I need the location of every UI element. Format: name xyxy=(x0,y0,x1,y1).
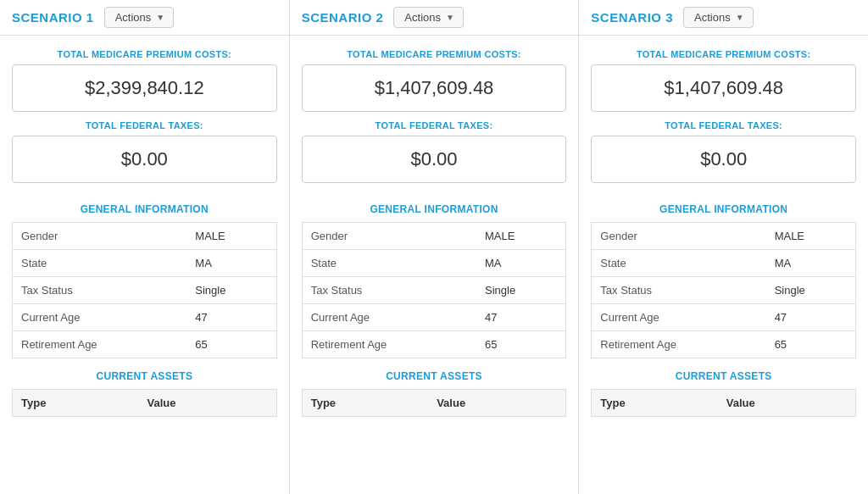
scenario-1-actions-label: Actions xyxy=(115,11,152,24)
scenario-3-info-label: Current Age xyxy=(592,304,766,331)
scenario-2-header: SCENARIO 2Actions▼ xyxy=(290,0,579,36)
scenario-3-actions-button[interactable]: Actions▼ xyxy=(683,7,754,28)
table-row: Current Age47 xyxy=(302,304,566,331)
scenario-3-info-label: Retirement Age xyxy=(592,331,766,358)
scenario-2-info-label: State xyxy=(302,250,476,277)
scenario-2-title: SCENARIO 2 xyxy=(302,10,384,25)
scenario-1-info-value: MALE xyxy=(186,223,276,250)
scenario-2-info-table: GenderMALEStateMATax StatusSingleCurrent… xyxy=(302,222,567,358)
table-row: GenderMALE xyxy=(592,223,856,250)
scenario-1-assets-col-header: Value xyxy=(138,390,276,417)
scenario-1-assets-table: TypeValue xyxy=(12,389,277,417)
scenario-1-info-value: 47 xyxy=(186,304,276,331)
scenario-3-federal-label: TOTAL FEDERAL TAXES: xyxy=(591,120,856,130)
scenario-3-info-value: 47 xyxy=(766,304,856,331)
scenario-1-body: TOTAL MEDICARE PREMIUM COSTS:$2,399,840.… xyxy=(0,36,289,417)
scenario-2-info-label: Gender xyxy=(302,223,476,250)
scenario-3-assets-title: CURRENT ASSETS xyxy=(591,358,856,389)
scenario-1-assets-col-header: Type xyxy=(13,390,139,417)
table-row: GenderMALE xyxy=(302,223,566,250)
scenario-1-federal-section: TOTAL FEDERAL TAXES:$0.00 xyxy=(12,120,277,183)
page-container: SCENARIO 1Actions▼TOTAL MEDICARE PREMIUM… xyxy=(0,0,868,494)
scenario-3-chevron-icon: ▼ xyxy=(736,13,744,22)
scenario-1-info-value: MA xyxy=(186,250,276,277)
scenario-1-info-label: Retirement Age xyxy=(13,331,187,358)
scenario-1-info-value: 65 xyxy=(186,331,276,358)
scenario-3-info-label: State xyxy=(592,250,766,277)
scenario-1-info-label: Tax Status xyxy=(13,277,187,304)
scenario-1-info-label: State xyxy=(13,250,187,277)
scenario-1-info-label: Current Age xyxy=(13,304,187,331)
scenario-2-assets-title: CURRENT ASSETS xyxy=(302,358,567,389)
scenario-3-info-value: MA xyxy=(766,250,856,277)
scenario-2-body: TOTAL MEDICARE PREMIUM COSTS:$1,407,609.… xyxy=(290,36,579,417)
scenario-1-federal-value: $0.00 xyxy=(12,136,277,183)
scenario-2-info-value: MA xyxy=(476,250,566,277)
table-row: Retirement Age65 xyxy=(592,331,856,358)
scenario-3-assets-col-header: Value xyxy=(718,390,856,417)
table-row: TypeValue xyxy=(13,390,277,417)
scenario-2-actions-button[interactable]: Actions▼ xyxy=(393,7,464,28)
scenario-1-medicare-section: TOTAL MEDICARE PREMIUM COSTS:$2,399,840.… xyxy=(12,49,277,112)
scenario-1-chevron-icon: ▼ xyxy=(156,13,164,22)
scenario-2-info-label: Retirement Age xyxy=(302,331,476,358)
scenario-3-federal-section: TOTAL FEDERAL TAXES:$0.00 xyxy=(591,120,856,183)
scenario-2-info-value: MALE xyxy=(476,223,566,250)
scenario-2-federal-value: $0.00 xyxy=(302,136,567,183)
scenario-3-info-label: Tax Status xyxy=(592,277,766,304)
scenario-1-info-value: Single xyxy=(186,277,276,304)
scenario-3-assets-col-header: Type xyxy=(592,390,718,417)
scenario-3-federal-value: $0.00 xyxy=(591,136,856,183)
scenario-1-header: SCENARIO 1Actions▼ xyxy=(0,0,289,36)
scenario-2-column: SCENARIO 2Actions▼TOTAL MEDICARE PREMIUM… xyxy=(290,0,580,494)
scenario-2-assets-table: TypeValue xyxy=(302,389,567,417)
scenario-1-info-table: GenderMALEStateMATax StatusSingleCurrent… xyxy=(12,222,277,358)
scenario-3-medicare-label: TOTAL MEDICARE PREMIUM COSTS: xyxy=(591,49,856,59)
scenario-2-chevron-icon: ▼ xyxy=(446,13,454,22)
scenario-2-medicare-section: TOTAL MEDICARE PREMIUM COSTS:$1,407,609.… xyxy=(302,49,567,112)
scenario-2-medicare-value: $1,407,609.48 xyxy=(302,64,567,112)
scenario-2-federal-section: TOTAL FEDERAL TAXES:$0.00 xyxy=(302,120,567,183)
scenario-3-info-value: 65 xyxy=(766,331,856,358)
scenario-2-general-info-title: GENERAL INFORMATION xyxy=(302,191,567,222)
scenario-1-actions-button[interactable]: Actions▼ xyxy=(104,7,175,28)
scenario-1-medicare-label: TOTAL MEDICARE PREMIUM COSTS: xyxy=(12,49,277,59)
scenario-1-federal-label: TOTAL FEDERAL TAXES: xyxy=(12,120,277,130)
table-row: Current Age47 xyxy=(13,304,277,331)
scenario-3-medicare-section: TOTAL MEDICARE PREMIUM COSTS:$1,407,609.… xyxy=(591,49,856,112)
scenario-3-header: SCENARIO 3Actions▼ xyxy=(579,0,868,36)
scenario-2-actions-label: Actions xyxy=(404,11,441,24)
scenario-3-info-label: Gender xyxy=(592,223,766,250)
scenario-3-info-value: Single xyxy=(766,277,856,304)
scenario-1-medicare-value: $2,399,840.12 xyxy=(12,64,277,112)
table-row: Retirement Age65 xyxy=(13,331,277,358)
table-row: Tax StatusSingle xyxy=(13,277,277,304)
scenario-2-medicare-label: TOTAL MEDICARE PREMIUM COSTS: xyxy=(302,49,567,59)
scenario-2-info-value: 47 xyxy=(476,304,566,331)
scenario-3-actions-label: Actions xyxy=(694,11,731,24)
scenario-3-info-value: MALE xyxy=(766,223,856,250)
table-row: GenderMALE xyxy=(13,223,277,250)
scenario-1-title: SCENARIO 1 xyxy=(12,10,94,25)
scenario-3-medicare-value: $1,407,609.48 xyxy=(591,64,856,112)
table-row: StateMA xyxy=(592,250,856,277)
scenario-1-column: SCENARIO 1Actions▼TOTAL MEDICARE PREMIUM… xyxy=(0,0,290,494)
scenario-3-info-table: GenderMALEStateMATax StatusSingleCurrent… xyxy=(591,222,856,358)
table-row: TypeValue xyxy=(302,390,566,417)
scenario-2-info-value: Single xyxy=(476,277,566,304)
scenario-3-column: SCENARIO 3Actions▼TOTAL MEDICARE PREMIUM… xyxy=(579,0,868,494)
table-row: Retirement Age65 xyxy=(302,331,566,358)
table-row: TypeValue xyxy=(592,390,856,417)
scenario-1-assets-title: CURRENT ASSETS xyxy=(12,358,277,389)
scenario-3-general-info-title: GENERAL INFORMATION xyxy=(591,191,856,222)
table-row: Tax StatusSingle xyxy=(592,277,856,304)
table-row: Tax StatusSingle xyxy=(302,277,566,304)
scenario-1-info-label: Gender xyxy=(13,223,187,250)
scenario-3-assets-table: TypeValue xyxy=(591,389,856,417)
scenario-1-general-info-title: GENERAL INFORMATION xyxy=(12,191,277,222)
scenario-2-federal-label: TOTAL FEDERAL TAXES: xyxy=(302,120,567,130)
scenario-3-body: TOTAL MEDICARE PREMIUM COSTS:$1,407,609.… xyxy=(579,36,868,417)
table-row: StateMA xyxy=(13,250,277,277)
scenario-2-assets-col-header: Value xyxy=(428,390,566,417)
scenario-3-title: SCENARIO 3 xyxy=(591,10,673,25)
